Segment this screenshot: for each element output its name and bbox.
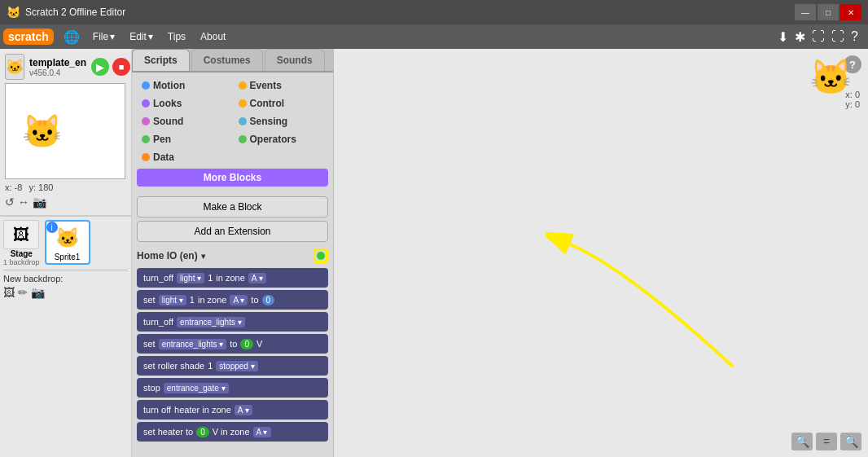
category-events[interactable]: Events [234,77,329,94]
control-label: Control [250,98,285,109]
edit-backdrop-btn[interactable]: ✏ [18,286,28,299]
sprite1-item[interactable]: i 🐱 Sprite1 [45,220,90,265]
stopped-dropdown[interactable]: stopped ▾ [216,361,257,371]
about-menu[interactable]: About [194,28,232,46]
tab-scripts[interactable]: Scripts [132,49,190,71]
globe-icon[interactable]: 🌐 [59,26,85,48]
block-inzone-text: in zone [198,295,226,305]
stop-button[interactable]: ■ [112,58,130,76]
app-title: Scratch 2 Offline Editor [25,7,795,18]
homeio-chevron[interactable]: ▾ [201,252,205,261]
entrance-lights-dropdown[interactable]: entrance_lights ▾ [177,317,245,327]
stop-text: stop [143,383,160,393]
block-turn-off-light[interactable]: turn_off light ▾ 1 in zone A ▾ [137,268,328,288]
category-sound[interactable]: Sound [137,113,232,130]
sprites-list: 🖼 Stage 1 backdrop i 🐱 Sprite1 New backd… [0,216,131,457]
sprite1-thumb: 🐱 [55,223,80,253]
file-menu[interactable]: File ▾ [86,28,121,46]
tab-sounds[interactable]: Sounds [265,49,325,71]
canvas-x: x: 0 [845,90,860,99]
set-light-dropdown[interactable]: light ▾ [159,295,186,305]
stage-thumbnail[interactable]: 🖼 [3,220,39,249]
turnoff-heater-text: turn off [143,405,171,415]
window-controls: — □ ✕ [795,4,861,20]
stage-label: Stage [11,249,33,258]
set-value[interactable]: 0 [262,295,275,305]
category-data[interactable]: Data [137,149,232,165]
sound-label: Sound [153,116,183,127]
zoom-reset-button[interactable]: = [816,433,837,450]
events-label: Events [250,80,282,91]
block-set-roller-shade[interactable]: set roller shade 1 stopped ▾ [137,356,328,376]
zoom-in-button[interactable]: 🔍 [840,433,861,450]
new-backdrop-label: New backdrop: [3,274,128,283]
block-set-light[interactable]: set light ▾ 1 in zone A ▾ to 0 [137,290,328,310]
maximize-button[interactable]: □ [818,4,839,20]
edit-menu[interactable]: Edit ▾ [123,28,160,46]
pen-dot [142,135,150,143]
block-stop-gate[interactable]: stop entrance_gate ▾ [137,378,328,398]
yellow-arrow-annotation [546,220,790,424]
entrance-value[interactable]: 0 [240,339,253,349]
rotate-tool[interactable]: ↺ [5,196,15,209]
sprite-info-badge: i [46,222,58,233]
minimize-button[interactable]: — [795,4,816,20]
homeio-section: Home IO (en) ▾ turn_off light ▾ 1 in zon… [132,245,333,457]
category-motion[interactable]: Motion [137,77,232,94]
green-flag-button[interactable]: ▶ [91,58,109,76]
category-looks[interactable]: Looks [137,95,232,112]
block-turn-off-entrance[interactable]: turn_off entrance_lights ▾ [137,312,328,332]
present-icon[interactable]: ⛶ [831,29,844,44]
paint-backdrop-btn[interactable]: 🖼 [3,286,15,299]
block-actions: Make a Block Add an Extension [132,193,333,245]
roller-num: 1 [208,361,213,371]
gate-dropdown[interactable]: entrance_gate ▾ [164,383,229,393]
heater-zone-dropdown2[interactable]: A ▾ [253,427,271,437]
category-pen[interactable]: Pen [137,131,232,147]
stamp-icon[interactable]: ✱ [795,29,805,45]
flip-tool[interactable]: ↔ [18,196,29,209]
camera-backdrop-btn[interactable]: 📷 [31,286,45,299]
block-set-heater[interactable]: set heater to 0 V in zone A ▾ [137,422,328,442]
sprite-stage-thumb: 🐱 [5,54,24,80]
looks-dot [142,99,150,108]
add-extension-button[interactable]: Add an Extension [137,221,328,242]
tabs-bar: Scripts Costumes Sounds [132,49,333,73]
category-operators[interactable]: Operators [234,131,329,147]
block-turn-off-heater[interactable]: turn off heater in zone A ▾ [137,400,328,420]
block-zone-text: in zone [216,273,244,283]
data-dot [142,153,150,161]
pen-label: Pen [153,134,171,145]
set-heater-text: set heater to [143,427,193,437]
zone-a-dropdown[interactable]: A ▾ [248,273,266,283]
canvas-toolbar: 🔍 = 🔍 [791,433,861,450]
heater-value[interactable]: 0 [196,427,209,437]
heater-zone-dropdown[interactable]: A ▾ [235,405,252,415]
block-to-text: to [251,295,258,305]
heater-v-text: V in zone [213,427,250,437]
category-sensing[interactable]: Sensing [234,113,329,130]
events-dot [239,81,247,90]
tips-menu[interactable]: Tips [161,28,192,46]
camera-tool[interactable]: 📷 [33,196,46,209]
category-control[interactable]: Control [234,95,329,112]
upload-icon[interactable]: ⬇ [778,29,788,45]
close-button[interactable]: ✕ [840,4,861,20]
v-text: V [256,339,262,349]
tab-costumes[interactable]: Costumes [191,49,263,71]
make-block-button[interactable]: Make a Block [137,196,328,218]
toolbar-icons: ⬇ ✱ ⛶ ⛶ ? [778,29,858,45]
zoom-out-button[interactable]: 🔍 [791,433,813,450]
block-set-text: set [143,295,156,305]
cat-sprite-canvas: 🐱 [22,112,63,151]
more-blocks-button[interactable]: More Blocks [137,169,328,187]
help-icon[interactable]: ? [851,29,858,44]
sensing-label: Sensing [250,116,288,127]
canvas-area[interactable]: ? 🐱 x: 0 y: 0 🔍 = [334,49,868,457]
fullscreen-icon[interactable]: ⛶ [812,29,825,44]
titlebar: 🐱 Scratch 2 Offline Editor — □ ✕ [0,0,868,24]
block-set-entrance-lights[interactable]: set entrance_lights ▾ to 0 V [137,334,328,354]
light-dropdown[interactable]: light ▾ [177,273,204,283]
set-zone-dropdown[interactable]: A ▾ [230,295,248,305]
entrance-lights-dropdown2[interactable]: entrance_lights ▾ [159,339,227,349]
